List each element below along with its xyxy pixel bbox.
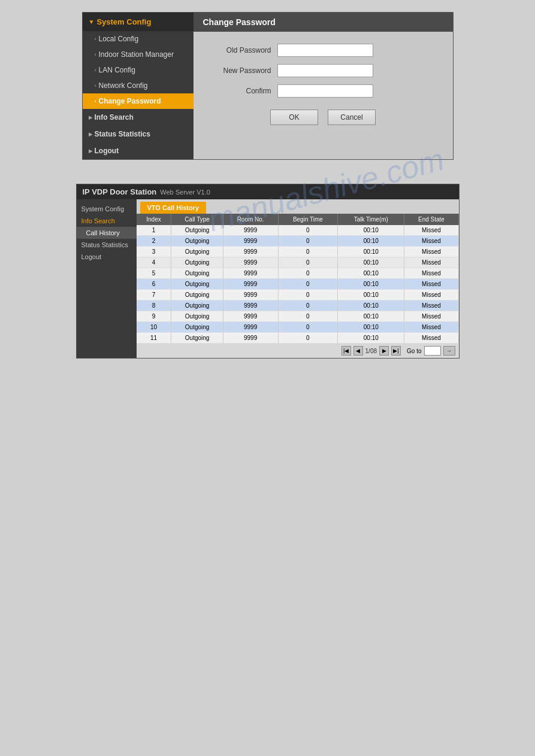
top-section: ▼ System Config › Local Config › Indoor … bbox=[82, 12, 454, 160]
table-row: 2Outgoing9999000:10Missed bbox=[137, 236, 459, 247]
col-talk-time: Talk Time(m) bbox=[338, 214, 404, 225]
cell-call-type: Outgoing bbox=[171, 247, 223, 257]
app-name: IP VDP Door Station bbox=[83, 187, 157, 196]
old-password-input[interactable] bbox=[277, 44, 373, 57]
bottom-sidebar-info-search[interactable]: Info Search bbox=[77, 215, 137, 227]
last-page-button[interactable]: ▶| bbox=[391, 346, 401, 356]
cell-room-no: 9999 bbox=[223, 279, 278, 290]
cell-begin-time: 0 bbox=[278, 225, 338, 236]
cell-end-state: Missed bbox=[404, 268, 458, 279]
ok-button[interactable]: OK bbox=[270, 110, 318, 125]
network-config-label: Network Config bbox=[99, 81, 148, 90]
page-info: 1/08 bbox=[365, 348, 377, 354]
cell-room-no: 9999 bbox=[223, 333, 278, 344]
bottom-sidebar: System Config Info Search Call History S… bbox=[77, 199, 137, 358]
bottom-sidebar-call-history[interactable]: Call History bbox=[77, 227, 137, 239]
prev-page-button[interactable]: ◀ bbox=[353, 346, 363, 356]
cell-talk-time: 00:10 bbox=[338, 268, 404, 279]
cell-talk-time: 00:10 bbox=[338, 300, 404, 311]
logout-label: Logout bbox=[81, 253, 102, 260]
table-row: 8Outgoing9999000:10Missed bbox=[137, 300, 459, 311]
chevron-icon: › bbox=[95, 67, 96, 73]
next-page-button[interactable]: ▶ bbox=[379, 346, 389, 356]
sidebar-item-lan-config[interactable]: › LAN Config bbox=[83, 62, 194, 78]
cell-end-state: Missed bbox=[404, 322, 458, 333]
col-call-type: Call Type bbox=[171, 214, 223, 225]
table-row: 3Outgoing9999000:10Missed bbox=[137, 247, 459, 257]
cell-room-no: 9999 bbox=[223, 322, 278, 333]
sidebar-item-indoor-station[interactable]: › Indoor Station Manager bbox=[83, 47, 194, 62]
cell-begin-time: 0 bbox=[278, 290, 338, 300]
cell-end-state: Missed bbox=[404, 279, 458, 290]
confirm-input[interactable] bbox=[277, 84, 373, 98]
cell-index: 6 bbox=[137, 279, 171, 290]
cell-call-type: Outgoing bbox=[171, 268, 223, 279]
call-table-body: 1Outgoing9999000:10Missed2Outgoing999900… bbox=[137, 225, 459, 344]
confirm-row: Confirm bbox=[211, 84, 435, 98]
sidebar-item-change-password[interactable]: › Change Password bbox=[83, 93, 194, 109]
table-header-row: Index Call Type Room No. Begin Time Talk… bbox=[137, 214, 459, 225]
vto-call-history-tab[interactable]: VTO Call History bbox=[140, 202, 207, 214]
bottom-panel: IP VDP Door Station Web Server V1.0 Syst… bbox=[76, 184, 460, 359]
logout-label: Logout bbox=[95, 147, 119, 155]
bottom-sidebar-logout[interactable]: Logout bbox=[77, 251, 137, 263]
goto-button[interactable]: → bbox=[443, 346, 455, 356]
cell-begin-time: 0 bbox=[278, 322, 338, 333]
cell-begin-time: 0 bbox=[278, 268, 338, 279]
cell-talk-time: 00:10 bbox=[338, 322, 404, 333]
sidebar-item-network-config[interactable]: › Network Config bbox=[83, 78, 194, 93]
cell-end-state: Missed bbox=[404, 290, 458, 300]
bottom-section: IP VDP Door Station Web Server V1.0 Syst… bbox=[76, 184, 460, 359]
cell-room-no: 9999 bbox=[223, 247, 278, 257]
tab-bar: VTO Call History bbox=[137, 199, 459, 214]
content-area: Change Password Old Password New Passwor… bbox=[194, 13, 453, 159]
cell-talk-time: 00:10 bbox=[338, 236, 404, 247]
col-end-state: End State bbox=[404, 214, 458, 225]
cell-talk-time: 00:10 bbox=[338, 225, 404, 236]
bottom-sidebar-status-statistics[interactable]: Status Statistics bbox=[77, 239, 137, 251]
cell-end-state: Missed bbox=[404, 247, 458, 257]
new-password-input[interactable] bbox=[277, 64, 373, 77]
cell-room-no: 9999 bbox=[223, 311, 278, 322]
chevron-icon: › bbox=[95, 51, 96, 57]
cell-begin-time: 0 bbox=[278, 279, 338, 290]
cell-room-no: 9999 bbox=[223, 290, 278, 300]
cell-index: 8 bbox=[137, 300, 171, 311]
cell-talk-time: 00:10 bbox=[338, 257, 404, 268]
sidebar-system-config-header[interactable]: ▼ System Config bbox=[83, 13, 194, 31]
triangle-icon: ▶ bbox=[89, 115, 92, 120]
change-password-form: Old Password New Password Confirm OK Can… bbox=[194, 32, 453, 137]
sidebar-category-info-search[interactable]: ▶ Info Search bbox=[83, 109, 194, 126]
content-title-bar: Change Password bbox=[194, 13, 453, 32]
sidebar-category-logout[interactable]: ▶ Logout bbox=[83, 142, 194, 159]
cell-call-type: Outgoing bbox=[171, 257, 223, 268]
sidebar-item-local-config[interactable]: › Local Config bbox=[83, 31, 194, 47]
first-page-button[interactable]: |◀ bbox=[341, 346, 351, 356]
cell-call-type: Outgoing bbox=[171, 333, 223, 344]
new-password-row: New Password bbox=[211, 64, 435, 77]
cell-call-type: Outgoing bbox=[171, 300, 223, 311]
status-statistics-label: Status Statistics bbox=[81, 241, 128, 248]
bottom-sidebar-system-config[interactable]: System Config bbox=[77, 203, 137, 215]
form-buttons: OK Cancel bbox=[211, 110, 435, 125]
cell-index: 9 bbox=[137, 311, 171, 322]
new-password-label: New Password bbox=[211, 66, 277, 75]
cell-begin-time: 0 bbox=[278, 236, 338, 247]
cell-end-state: Missed bbox=[404, 257, 458, 268]
cell-talk-time: 00:10 bbox=[338, 311, 404, 322]
cancel-button[interactable]: Cancel bbox=[328, 110, 376, 125]
top-panel: ▼ System Config › Local Config › Indoor … bbox=[82, 12, 454, 160]
cell-call-type: Outgoing bbox=[171, 225, 223, 236]
goto-input[interactable] bbox=[424, 346, 441, 356]
sidebar-category-status-statistics[interactable]: ▶ Status Statistics bbox=[83, 126, 194, 142]
arrow-icon: ▼ bbox=[89, 19, 95, 25]
app-title-bar: IP VDP Door Station Web Server V1.0 bbox=[77, 184, 459, 199]
cell-index: 1 bbox=[137, 225, 171, 236]
cell-call-type: Outgoing bbox=[171, 311, 223, 322]
cell-talk-time: 00:10 bbox=[338, 333, 404, 344]
cell-call-type: Outgoing bbox=[171, 279, 223, 290]
cell-begin-time: 0 bbox=[278, 300, 338, 311]
sidebar: ▼ System Config › Local Config › Indoor … bbox=[83, 13, 194, 159]
cell-room-no: 9999 bbox=[223, 236, 278, 247]
local-config-label: Local Config bbox=[99, 35, 139, 43]
